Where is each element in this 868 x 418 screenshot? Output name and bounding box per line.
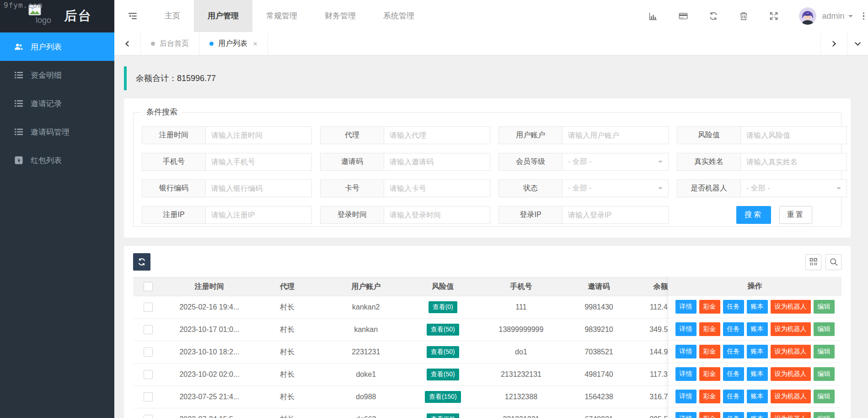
refresh-icon[interactable] <box>708 11 718 21</box>
row-checkbox[interactable] <box>144 392 153 402</box>
menu-home[interactable]: 主页 <box>151 0 194 32</box>
cell-phone: 12132388 <box>472 386 570 408</box>
ledger-button[interactable]: 账本 <box>747 300 768 314</box>
task-button[interactable]: 任务 <box>723 367 744 381</box>
sidebar-item-invite-code[interactable]: 邀请码管理 <box>0 118 114 146</box>
row-checkbox[interactable] <box>144 415 153 418</box>
tabs-scroll-left-button[interactable] <box>114 32 141 55</box>
cell-agent: 村长 <box>256 408 318 418</box>
login-ip-input[interactable] <box>563 206 669 224</box>
tabs-scroll-right-button[interactable] <box>820 32 847 55</box>
risk-view-badge[interactable]: 查看(50) <box>427 369 459 380</box>
member-level-select[interactable]: - 全部 - <box>563 153 669 171</box>
edit-button[interactable]: 编辑 <box>814 345 835 358</box>
risk-view-badge[interactable]: 查看(50) <box>427 346 459 358</box>
task-button[interactable]: 任务 <box>723 322 744 336</box>
invite-code-input[interactable] <box>384 153 490 171</box>
menu-system-management[interactable]: 系统管理 <box>370 0 428 32</box>
tab-home[interactable]: 后台首页 <box>141 32 199 55</box>
login-time-input[interactable] <box>384 206 490 224</box>
status-select[interactable]: - 全部 - <box>563 179 669 197</box>
bonus-button[interactable]: 彩金 <box>699 412 720 418</box>
bar-chart-icon[interactable] <box>648 11 658 21</box>
sidebar-item-user-list[interactable]: 用户列表 <box>0 33 114 61</box>
columns-toggle-button[interactable] <box>805 254 821 270</box>
task-button[interactable]: 任务 <box>723 345 744 358</box>
set-robot-button[interactable]: 设为机器人 <box>771 300 811 314</box>
table-search-button[interactable] <box>825 254 841 270</box>
select-all-checkbox[interactable] <box>144 282 153 291</box>
set-robot-button[interactable]: 设为机器人 <box>771 412 811 418</box>
set-robot-button[interactable]: 设为机器人 <box>771 322 811 336</box>
edit-button[interactable]: 编辑 <box>814 322 835 336</box>
bonus-button[interactable]: 彩金 <box>699 345 720 358</box>
tabs-menu-button[interactable] <box>847 32 868 55</box>
reg-time-input[interactable] <box>206 126 312 144</box>
row-checkbox[interactable] <box>144 325 153 334</box>
more-vertical-icon[interactable] <box>863 12 865 20</box>
menu-user-management[interactable]: 用户管理 <box>194 0 252 32</box>
ledger-button[interactable]: 账本 <box>747 322 768 336</box>
set-robot-button[interactable]: 设为机器人 <box>771 390 811 403</box>
task-button[interactable]: 任务 <box>723 300 744 314</box>
real-name-input[interactable] <box>741 153 847 171</box>
fullscreen-icon[interactable] <box>769 11 779 21</box>
admin-username[interactable]: admin <box>822 11 844 21</box>
menu-general-management[interactable]: 常规管理 <box>252 0 311 32</box>
edit-button[interactable]: 编辑 <box>814 367 835 381</box>
row-checkbox[interactable] <box>144 370 153 379</box>
detail-button[interactable]: 详情 <box>675 412 697 418</box>
detail-button[interactable]: 详情 <box>675 390 697 403</box>
ledger-button[interactable]: 账本 <box>747 412 768 418</box>
menu-finance-management[interactable]: 财务管理 <box>311 0 370 32</box>
sidebar-item-red-packet[interactable]: 红包列表 <box>0 146 114 174</box>
row-checkbox[interactable] <box>144 303 153 312</box>
avatar[interactable] <box>799 7 816 25</box>
risk-view-badge[interactable]: 查看(150) <box>425 391 461 403</box>
cell-agent: 村长 <box>256 341 318 364</box>
caret-down-icon[interactable] <box>848 15 853 20</box>
risk-view-badge[interactable]: 查看(0) <box>429 301 457 313</box>
reg-ip-input[interactable] <box>206 206 312 224</box>
detail-button[interactable]: 详情 <box>675 345 697 358</box>
risk-value-input[interactable] <box>741 126 847 144</box>
risk-view-badge[interactable]: 查看(50) <box>427 324 459 336</box>
bonus-button[interactable]: 彩金 <box>699 390 720 403</box>
bonus-button[interactable]: 彩金 <box>699 322 720 336</box>
collapse-sidebar-button[interactable] <box>114 0 151 32</box>
credit-card-icon[interactable] <box>678 11 688 21</box>
table-refresh-button[interactable] <box>133 253 150 271</box>
user-account-input[interactable] <box>563 126 669 144</box>
sidebar-item-invite-record[interactable]: 邀请记录 <box>0 89 114 118</box>
edit-button[interactable]: 编辑 <box>814 412 835 418</box>
phone-input[interactable] <box>206 153 312 171</box>
task-button[interactable]: 任务 <box>723 390 744 403</box>
card-number-input[interactable] <box>384 179 490 197</box>
field-login-ip: 登录IP <box>498 206 669 224</box>
bank-code-input[interactable] <box>206 179 312 197</box>
bonus-button[interactable]: 彩金 <box>699 300 720 314</box>
search-button[interactable]: 搜索 <box>736 206 771 224</box>
set-robot-button[interactable]: 设为机器人 <box>771 345 811 358</box>
ledger-button[interactable]: 账本 <box>747 367 768 381</box>
ledger-button[interactable]: 账本 <box>747 390 768 403</box>
detail-button[interactable]: 详情 <box>675 300 697 314</box>
detail-button[interactable]: 详情 <box>675 322 697 336</box>
row-checkbox[interactable] <box>144 347 153 357</box>
trash-icon[interactable] <box>739 11 749 21</box>
agent-input[interactable] <box>384 126 490 144</box>
main-area: 主页 用户管理 常规管理 财务管理 系统管理 <box>114 0 868 418</box>
edit-button[interactable]: 编辑 <box>814 300 835 314</box>
ledger-button[interactable]: 账本 <box>747 345 768 358</box>
set-robot-button[interactable]: 设为机器人 <box>771 367 811 381</box>
edit-button[interactable]: 编辑 <box>814 390 835 403</box>
tab-user-list[interactable]: 用户列表 × <box>199 32 268 55</box>
detail-button[interactable]: 详情 <box>675 367 697 381</box>
sidebar-item-fund-detail[interactable]: 资金明细 <box>0 61 114 89</box>
risk-view-badge[interactable]: 查看(50) <box>427 413 459 418</box>
is-robot-select[interactable]: - 全部 - <box>741 179 847 197</box>
task-button[interactable]: 任务 <box>723 412 744 418</box>
reset-button[interactable]: 重置 <box>779 206 812 224</box>
bonus-button[interactable]: 彩金 <box>699 367 720 381</box>
close-icon[interactable]: × <box>253 40 257 48</box>
